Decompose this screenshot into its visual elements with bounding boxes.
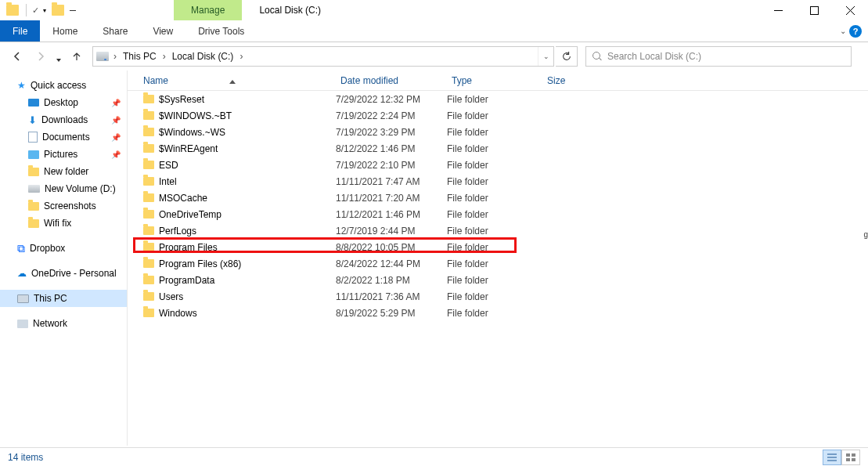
address-bar[interactable]: › This PC › Local Disk (C:) › ⌄ <box>92 46 554 67</box>
home-tab[interactable]: Home <box>40 20 90 42</box>
column-size[interactable]: Size <box>542 75 589 86</box>
column-date[interactable]: Date modified <box>336 75 447 86</box>
item-count: 14 items <box>8 452 43 463</box>
file-row[interactable]: Users11/11/2021 7:36 AMFile folder <box>128 288 868 305</box>
column-name[interactable]: Name <box>139 75 336 86</box>
main-content: ★Quick access Desktop📌 ⬇Downloads📌 Docum… <box>0 70 868 446</box>
file-type: File folder <box>447 160 542 171</box>
breadcrumb-local-disk[interactable]: Local Disk (C:) <box>169 51 237 62</box>
folder-icon <box>143 177 154 186</box>
drive-tools-tab[interactable]: Drive Tools <box>185 20 257 42</box>
sidebar-pictures[interactable]: Pictures📌 <box>0 146 127 163</box>
sidebar-new-folder[interactable]: New folder <box>0 163 127 180</box>
up-button[interactable] <box>66 45 88 67</box>
breadcrumb-sep[interactable]: › <box>110 51 120 62</box>
file-row[interactable]: OneDriveTemp11/12/2021 1:46 PMFile folde… <box>128 206 868 222</box>
file-list-pane: Name Date modified Type Size $SysReset7/… <box>128 70 868 446</box>
refresh-button[interactable] <box>556 46 578 67</box>
breadcrumb-this-pc[interactable]: This PC <box>120 51 160 62</box>
view-tab[interactable]: View <box>140 20 185 42</box>
file-name: Intel <box>159 176 177 187</box>
sidebar-network[interactable]: Network <box>0 315 127 332</box>
file-name: ProgramData <box>159 275 214 286</box>
share-tab[interactable]: Share <box>90 20 140 42</box>
folder-icon[interactable] <box>3 2 22 19</box>
search-input[interactable] <box>607 51 851 62</box>
file-row[interactable]: Intel11/11/2021 7:47 AMFile folder <box>128 173 868 190</box>
forward-button[interactable] <box>30 45 52 67</box>
sidebar-label: Network <box>33 318 67 329</box>
recent-locations-icon[interactable] <box>53 45 64 67</box>
sidebar-onedrive[interactable]: ☁OneDrive - Personal <box>0 265 127 282</box>
file-date: 8/12/2022 1:46 PM <box>336 143 447 154</box>
status-bar: 14 items <box>0 447 868 466</box>
file-type: File folder <box>447 176 542 187</box>
minimize-button[interactable] <box>760 0 796 20</box>
ribbon-tabs: File Home Share View Drive Tools ⌄ ? <box>0 20 868 42</box>
file-row[interactable]: ESD7/19/2022 2:10 PMFile folder <box>128 157 868 173</box>
sidebar-downloads[interactable]: ⬇Downloads📌 <box>0 111 127 128</box>
sidebar-label: Dropbox <box>30 243 65 254</box>
ribbon-collapse-icon[interactable]: ⌄ <box>840 27 846 35</box>
help-icon[interactable]: ? <box>849 25 862 38</box>
file-date: 8/19/2022 5:29 PM <box>336 308 447 319</box>
sidebar-quick-access[interactable]: ★Quick access <box>0 77 127 94</box>
file-row[interactable]: Windows8/19/2022 5:29 PMFile folder <box>128 305 868 321</box>
sidebar-documents[interactable]: Documents📌 <box>0 128 127 146</box>
file-row[interactable]: $Windows.~WS7/19/2022 3:29 PMFile folder <box>128 124 868 140</box>
sidebar-desktop[interactable]: Desktop📌 <box>0 94 127 111</box>
large-icons-view-button[interactable] <box>841 450 860 465</box>
file-row[interactable]: $WinREAgent8/12/2022 1:46 PMFile folder <box>128 140 868 157</box>
folder-icon <box>143 276 154 284</box>
file-date: 12/7/2019 2:44 PM <box>336 226 447 237</box>
sort-ascending-icon <box>229 80 236 84</box>
back-button[interactable] <box>6 45 28 67</box>
documents-icon <box>28 132 38 143</box>
highlight-annotation <box>133 237 517 253</box>
column-type[interactable]: Type <box>447 75 542 86</box>
file-row[interactable]: PerfLogs12/7/2019 2:44 PMFile folder <box>128 222 868 239</box>
file-row[interactable]: $WINDOWS.~BT7/19/2022 2:24 PMFile folder <box>128 107 868 124</box>
file-date: 11/11/2021 7:20 AM <box>336 193 447 204</box>
details-view-button[interactable] <box>823 450 841 465</box>
column-label: Name <box>143 75 168 86</box>
file-row[interactable]: MSOCache11/11/2021 7:20 AMFile folder <box>128 190 868 206</box>
address-history-icon[interactable]: ⌄ <box>538 47 553 66</box>
file-type: File folder <box>447 291 542 302</box>
new-folder-qat-icon[interactable] <box>49 2 67 19</box>
sidebar-label: New Volume (D:) <box>45 183 116 194</box>
sidebar-label: Desktop <box>44 97 78 108</box>
sidebar-this-pc[interactable]: This PC <box>0 290 127 307</box>
sidebar-dropbox[interactable]: ⧉Dropbox <box>0 240 127 257</box>
sidebar-new-volume[interactable]: New Volume (D:) <box>0 180 127 197</box>
file-row[interactable]: ProgramData8/2/2022 1:18 PMFile folder <box>128 272 868 288</box>
svg-rect-9 <box>846 458 850 461</box>
drive-icon <box>28 185 40 193</box>
folder-icon <box>143 309 154 317</box>
pin-icon: 📌 <box>111 99 121 107</box>
sidebar-screenshots[interactable]: Screenshots <box>0 197 127 215</box>
pin-icon: 📌 <box>111 150 121 159</box>
breadcrumb-sep[interactable]: › <box>160 51 169 62</box>
sidebar-wifi-fix[interactable]: Wifi fix <box>0 215 127 232</box>
file-type: File folder <box>447 258 542 269</box>
file-date: 8/24/2022 12:44 PM <box>336 258 447 269</box>
maximize-button[interactable] <box>796 0 832 20</box>
search-box[interactable] <box>585 46 852 67</box>
file-tab[interactable]: File <box>0 20 40 42</box>
navigation-bar: › This PC › Local Disk (C:) › ⌄ <box>0 42 868 70</box>
star-icon: ★ <box>17 80 26 91</box>
navigation-pane[interactable]: ★Quick access Desktop📌 ⬇Downloads📌 Docum… <box>0 70 128 446</box>
qat-customize-icon[interactable] <box>67 2 78 19</box>
file-date: 7/19/2022 2:10 PM <box>336 160 447 171</box>
folder-icon <box>143 161 154 169</box>
breadcrumb-sep[interactable]: › <box>236 51 246 62</box>
file-row[interactable]: Program Files (x86)8/24/2022 12:44 PMFil… <box>128 255 868 272</box>
properties-check-icon[interactable]: ▾ <box>30 2 49 19</box>
manage-contextual-tab[interactable]: Manage <box>174 0 242 20</box>
svg-rect-7 <box>846 453 850 457</box>
file-rows: $SysReset7/29/2022 12:32 PMFile folder$W… <box>128 91 868 321</box>
close-button[interactable] <box>832 0 868 20</box>
downloads-icon: ⬇ <box>28 115 37 125</box>
file-row[interactable]: $SysReset7/29/2022 12:32 PMFile folder <box>128 91 868 107</box>
